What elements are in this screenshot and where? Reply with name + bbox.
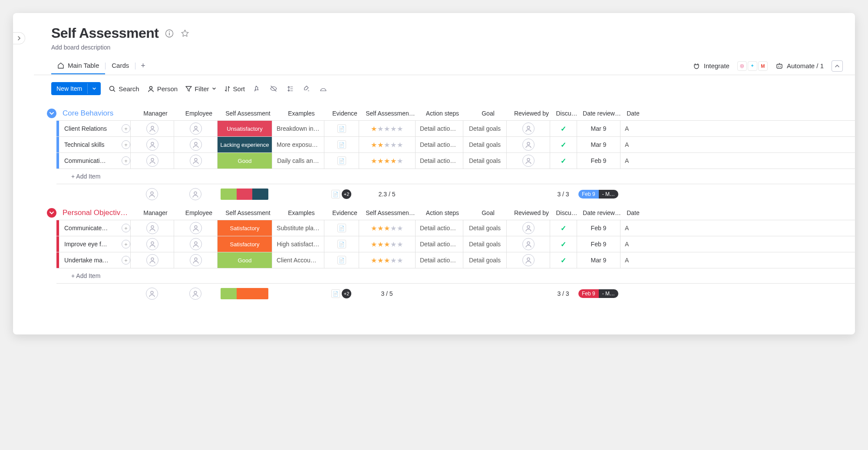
date-cell[interactable]: A bbox=[620, 153, 639, 169]
tab-cards[interactable]: Cards bbox=[106, 57, 135, 74]
evidence-cell[interactable]: 📄 bbox=[324, 252, 359, 268]
goal-cell[interactable]: Detail goals bbox=[463, 252, 506, 268]
item-name-cell[interactable]: Communicate…+ bbox=[59, 220, 130, 236]
date-reviewed-cell[interactable]: Mar 9 bbox=[577, 252, 620, 268]
date-cell[interactable]: A bbox=[620, 121, 639, 136]
group-name[interactable]: Core Behaviors bbox=[60, 106, 134, 120]
file-icon[interactable]: 📄 bbox=[337, 156, 346, 165]
goal-cell[interactable]: Detail goals bbox=[463, 220, 506, 236]
file-icon[interactable]: 📄 bbox=[337, 124, 346, 133]
person-filter-button[interactable]: Person bbox=[147, 85, 178, 93]
status-cell[interactable]: Unsatisfactory bbox=[217, 121, 272, 136]
reviewed-by-cell[interactable] bbox=[506, 220, 550, 236]
examples-cell[interactable]: Daily calls an… bbox=[272, 153, 324, 169]
board-title[interactable]: Self Assessment bbox=[51, 25, 158, 41]
action-cell[interactable]: Detail action st… bbox=[415, 153, 463, 169]
action-cell[interactable]: Detail action st… bbox=[415, 121, 463, 136]
app-icon[interactable]: M bbox=[758, 61, 768, 71]
date-cell[interactable]: A bbox=[620, 137, 639, 152]
status-cell[interactable]: Satisfactory bbox=[217, 236, 272, 252]
discussed-cell[interactable]: ✓ bbox=[550, 121, 577, 136]
date-range-pill[interactable]: Feb 9- M… bbox=[578, 289, 618, 298]
action-cell[interactable]: Detail action st… bbox=[415, 137, 463, 152]
file-counter[interactable]: +2 bbox=[342, 189, 351, 199]
status-distribution-bar[interactable] bbox=[221, 189, 268, 200]
item-name-cell[interactable]: Communicati…+ bbox=[59, 153, 130, 169]
reviewed-by-cell[interactable] bbox=[506, 121, 550, 136]
sort-button[interactable]: Sort bbox=[224, 85, 245, 93]
examples-cell[interactable]: Substitute pla… bbox=[272, 220, 324, 236]
employee-cell[interactable] bbox=[174, 220, 217, 236]
status-distribution-bar[interactable] bbox=[221, 288, 268, 299]
date-cell[interactable]: A bbox=[620, 252, 639, 268]
date-reviewed-cell[interactable]: Feb 9 bbox=[577, 236, 620, 252]
item-name-cell[interactable]: Technical skills+ bbox=[59, 137, 130, 152]
avatar-icon[interactable] bbox=[190, 139, 202, 151]
file-counter[interactable]: +2 bbox=[342, 289, 351, 298]
avatar-icon[interactable] bbox=[522, 155, 535, 167]
automate-button[interactable]: Automate / 1 bbox=[776, 62, 824, 70]
rating-cell[interactable]: ★★★★★ bbox=[359, 236, 415, 252]
file-icon[interactable]: 📄 bbox=[337, 140, 346, 149]
reviewed-by-cell[interactable] bbox=[506, 236, 550, 252]
evidence-cell[interactable]: 📄 bbox=[324, 220, 359, 236]
rating-cell[interactable]: ★★★★★ bbox=[359, 153, 415, 169]
file-icon[interactable]: 📄 bbox=[331, 190, 340, 199]
collapse-header-button[interactable] bbox=[832, 60, 843, 72]
file-icon[interactable]: 📄 bbox=[337, 224, 346, 232]
discussed-cell[interactable]: ✓ bbox=[550, 137, 577, 152]
table-row[interactable]: Technical skills+ Lacking experience Mor… bbox=[56, 136, 855, 152]
group-name[interactable]: Personal Objectiv… bbox=[60, 206, 134, 220]
avatar-icon[interactable] bbox=[146, 139, 158, 151]
examples-cell[interactable]: High satisfact… bbox=[272, 236, 324, 252]
employee-cell[interactable] bbox=[174, 153, 217, 169]
export-icon[interactable] bbox=[319, 84, 327, 93]
date-reviewed-cell[interactable]: Mar 9 bbox=[577, 137, 620, 152]
expand-sidebar-button[interactable] bbox=[13, 32, 25, 44]
avatar-icon[interactable] bbox=[522, 238, 535, 250]
manager-cell[interactable] bbox=[130, 220, 174, 236]
rating-cell[interactable]: ★★★★★ bbox=[359, 220, 415, 236]
examples-cell[interactable]: Client Accoun… bbox=[272, 252, 324, 268]
avatar-icon[interactable] bbox=[146, 254, 158, 266]
evidence-cell[interactable]: 📄 bbox=[324, 153, 359, 169]
add-item-row[interactable]: + Add Item bbox=[56, 268, 855, 284]
board-description[interactable]: Add board description bbox=[34, 44, 855, 51]
avatar-icon[interactable] bbox=[146, 122, 158, 135]
employee-cell[interactable] bbox=[174, 252, 217, 268]
evidence-cell[interactable]: 📄 bbox=[324, 121, 359, 136]
avatar-icon[interactable] bbox=[146, 188, 158, 200]
employee-cell[interactable] bbox=[174, 121, 217, 136]
reviewed-by-cell[interactable] bbox=[506, 252, 550, 268]
rating-cell[interactable]: ★★★★★ bbox=[359, 252, 415, 268]
avatar-icon[interactable] bbox=[522, 122, 535, 135]
add-view-button[interactable]: + bbox=[135, 57, 151, 75]
avatar-icon[interactable] bbox=[190, 222, 202, 234]
avatar-icon[interactable] bbox=[522, 139, 535, 151]
add-update-icon[interactable]: + bbox=[122, 240, 130, 248]
table-row[interactable]: Communicati…+ Good Daily calls an… 📄 ★★★… bbox=[56, 152, 855, 169]
info-icon[interactable] bbox=[165, 29, 174, 38]
manager-cell[interactable] bbox=[130, 252, 174, 268]
avatar-icon[interactable] bbox=[146, 222, 158, 234]
employee-cell[interactable] bbox=[174, 137, 217, 152]
favorite-icon[interactable] bbox=[180, 29, 190, 38]
avatar-icon[interactable] bbox=[190, 122, 202, 135]
manager-cell[interactable] bbox=[130, 236, 174, 252]
file-icon[interactable]: 📄 bbox=[337, 240, 346, 248]
avatar-icon[interactable] bbox=[190, 238, 202, 250]
avatar-icon[interactable] bbox=[146, 155, 158, 167]
avatar-icon[interactable] bbox=[190, 155, 202, 167]
avatar-icon[interactable] bbox=[189, 288, 201, 300]
discussed-cell[interactable]: ✓ bbox=[550, 153, 577, 169]
new-item-button[interactable]: New Item bbox=[51, 82, 101, 95]
action-cell[interactable]: Detail action st… bbox=[415, 220, 463, 236]
date-reviewed-cell[interactable]: Mar 9 bbox=[577, 121, 620, 136]
avatar-icon[interactable] bbox=[146, 288, 158, 300]
action-cell[interactable]: Detail action st… bbox=[415, 252, 463, 268]
avatar-icon[interactable] bbox=[189, 188, 201, 200]
search-button[interactable]: Search bbox=[109, 85, 139, 93]
tab-main-table[interactable]: Main Table bbox=[51, 57, 105, 74]
employee-cell[interactable] bbox=[174, 236, 217, 252]
avatar-icon[interactable] bbox=[190, 254, 202, 266]
